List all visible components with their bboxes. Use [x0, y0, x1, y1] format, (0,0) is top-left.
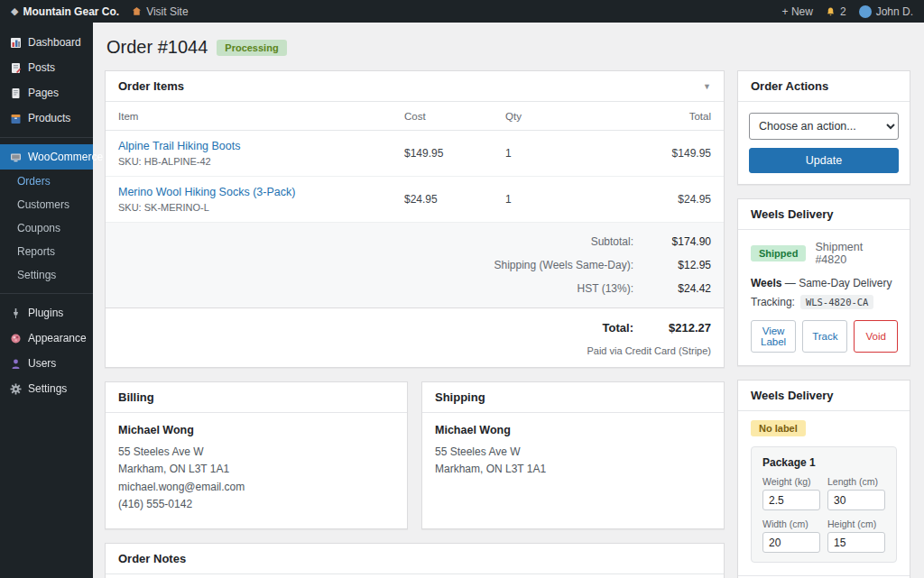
sidebar-item-label: Products — [28, 112, 70, 124]
sidebar-item-settings[interactable]: Settings — [0, 376, 93, 401]
view-label-button[interactable]: View Label — [751, 320, 796, 353]
order-items-header-row: Item Cost Qty Total — [106, 102, 724, 131]
products-icon — [10, 113, 22, 124]
sidebar-item-plugins[interactable]: Plugins — [0, 300, 93, 326]
grand-total-label: Total: — [603, 317, 633, 340]
grand-total-value: $212.27 — [648, 317, 711, 340]
wp-logo-menu[interactable]: ◆ Mountain Gear Co. — [11, 5, 119, 18]
sidebar-item-dashboard[interactable]: Dashboard — [0, 30, 93, 55]
track-button[interactable]: Track — [802, 320, 847, 353]
item-qty: 1 — [505, 147, 639, 160]
home-icon — [132, 6, 142, 16]
sidebar-subitem-customers[interactable]: Customers — [0, 193, 93, 216]
shipping-panel: Shipping Michael Wong 55 Steeles Ave W M… — [421, 381, 725, 529]
users-icon — [10, 358, 22, 370]
order-items-panel: Order Items ▼ Item Cost Qty Total Alpine… — [105, 70, 725, 368]
order-notes-panel: Order Notes Order status changed from Pe… — [105, 543, 725, 578]
shipping-name: Michael Wong — [435, 424, 711, 436]
billing-name: Michael Wong — [118, 424, 394, 436]
shipping-row: Shipping (Weels Same-Day): $12.95 — [118, 253, 711, 277]
account-menu[interactable]: John D. — [859, 5, 913, 18]
dashboard-icon — [10, 37, 22, 49]
page-title: Order #1044 — [106, 37, 208, 58]
sidebar-item-appearance[interactable]: Appearance — [0, 326, 93, 351]
sidebar: Dashboard Posts Pages Products WooCommer… — [0, 23, 93, 578]
sidebar-subitem-label: Coupons — [17, 222, 60, 234]
weels-create-title: Weels Delivery — [751, 389, 834, 402]
update-button[interactable]: Update — [749, 148, 899, 173]
notifications[interactable]: 2 — [826, 5, 846, 18]
sidebar-item-label: Settings — [28, 382, 67, 395]
sidebar-item-woocommerce[interactable]: WooCommerce — [0, 144, 93, 170]
sidebar-item-pages[interactable]: Pages — [0, 80, 93, 106]
billing-title: Billing — [118, 390, 154, 404]
plugins-icon — [10, 307, 22, 319]
col-qty: Qty — [505, 111, 639, 122]
sidebar-item-label: Plugins — [28, 307, 63, 319]
sidebar-item-posts[interactable]: Posts — [0, 55, 93, 80]
height-label: Height (cm) — [827, 518, 885, 529]
sidebar-subitem-coupons[interactable]: Coupons — [0, 216, 93, 240]
col-item: Item — [118, 111, 404, 122]
length-label: Length (cm) — [827, 476, 885, 487]
grand-total-row: Total: $212.27 — [106, 308, 724, 342]
order-actions-title: Order Actions — [751, 79, 828, 93]
order-action-select[interactable]: Choose an action... — [749, 113, 899, 140]
pages-icon — [10, 87, 22, 99]
weels-create-panel: Weels Delivery No label Package 1 Weight… — [737, 380, 910, 578]
sidebar-item-users[interactable]: Users — [0, 351, 93, 376]
product-link[interactable]: Merino Wool Hiking Socks (3-Pack) — [118, 186, 404, 198]
sidebar-item-label: Posts — [28, 61, 55, 74]
bell-icon — [826, 6, 836, 17]
col-total: Total — [639, 111, 711, 122]
product-link[interactable]: Alpine Trail Hiking Boots — [118, 140, 404, 152]
shipping-label: Shipping (Weels Same-Day): — [494, 253, 633, 277]
item-cost: $24.95 — [404, 193, 505, 206]
sidebar-item-products[interactable]: Products — [0, 106, 93, 131]
width-label: Width (cm) — [762, 518, 820, 529]
package-title: Package 1 — [762, 456, 885, 469]
service-name: — Same-Day Delivery — [781, 277, 892, 289]
posts-icon — [10, 62, 22, 74]
weight-input[interactable] — [762, 490, 820, 510]
user-name: John D. — [876, 5, 913, 18]
carrier-name: Weels — [751, 277, 781, 289]
collapse-caret-icon[interactable]: ▼ — [703, 82, 711, 91]
void-button[interactable]: Void — [854, 320, 897, 353]
site-name: Mountain Gear Co. — [23, 5, 119, 18]
billing-phone: (416) 555-0142 — [118, 496, 394, 513]
no-label-badge: No label — [751, 420, 806, 436]
sidebar-subitem-orders[interactable]: Orders — [0, 170, 93, 193]
sidebar-divider — [0, 293, 93, 294]
subtotal-label: Subtotal: — [591, 230, 633, 253]
height-input[interactable] — [827, 532, 885, 553]
sidebar-subitem-label: Reports — [17, 245, 55, 258]
product-sku: SKU: SK-MERINO-L — [118, 202, 404, 213]
product-sku: SKU: HB-ALPINE-42 — [118, 156, 404, 167]
sidebar-item-label: Dashboard — [28, 36, 81, 49]
sidebar-subitem-label: Orders — [17, 175, 51, 188]
order-notes-title: Order Notes — [118, 552, 186, 565]
new-label: + New — [782, 5, 813, 18]
tax-label: HST (13%): — [578, 277, 633, 300]
billing-address-line: Markham, ON L3T 1A1 — [118, 461, 394, 478]
woocommerce-icon — [10, 151, 22, 163]
shipping-value: $12.95 — [648, 253, 711, 277]
sidebar-subitem-settings[interactable]: Settings — [0, 263, 93, 287]
new-menu[interactable]: + New — [782, 5, 813, 18]
order-item-row: Alpine Trail Hiking Boots SKU: HB-ALPINE… — [106, 131, 724, 177]
avatar — [859, 5, 872, 18]
tracking-code[interactable]: WLS-4820-CA — [800, 295, 874, 309]
sidebar-divider — [0, 137, 93, 138]
tax-row: HST (13%): $24.42 — [118, 277, 711, 300]
visit-site-link[interactable]: Visit Site — [132, 5, 188, 18]
tax-value: $24.42 — [648, 277, 711, 300]
order-actions-panel: Order Actions Choose an action... Update — [737, 70, 910, 185]
sidebar-item-label: Appearance — [28, 332, 87, 344]
sidebar-subitem-reports[interactable]: Reports — [0, 240, 93, 263]
length-input[interactable] — [827, 490, 885, 510]
subtotal-value: $174.90 — [648, 230, 711, 253]
tracking-label: Tracking: — [751, 296, 795, 308]
width-input[interactable] — [762, 532, 820, 553]
payment-method-note: Paid via Credit Card (Stripe) — [106, 342, 724, 367]
